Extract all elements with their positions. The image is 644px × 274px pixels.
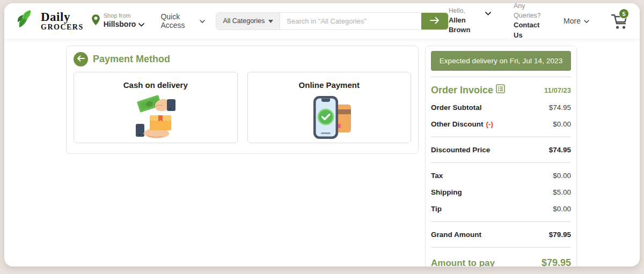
main-content: Payment Method Cash on delivery — [4, 39, 640, 266]
expected-delivery-banner: Expected delivery on Fri, Jul 14, 2023 — [431, 51, 571, 71]
contact-us-label: Contact Us — [514, 20, 542, 40]
logo-line2: GROCERS — [41, 24, 84, 31]
invoice-row-grand-amount: Grand Amount $79.95 — [431, 226, 571, 243]
location-value: Hillsboro — [104, 20, 145, 29]
arrow-right-icon — [430, 17, 440, 26]
online-payment-illustration-icon — [297, 92, 361, 145]
row-label: Shipping — [431, 188, 462, 196]
row-value: $0.00 — [553, 172, 571, 180]
map-pin-icon — [91, 14, 100, 28]
location-selector[interactable]: Shop from Hillsboro — [91, 12, 145, 29]
logo-line1: Daily — [41, 11, 84, 23]
chevron-down-icon — [485, 8, 491, 18]
search-bar: All Categories — [216, 12, 449, 30]
row-value: $79.95 — [549, 231, 571, 239]
header-right: Hello, Allen Brown Any Queries? Contact … — [449, 3, 629, 40]
cart-count-badge: 5 — [619, 9, 629, 19]
row-value: $0.00 — [553, 120, 571, 128]
chevron-down-icon — [200, 17, 205, 25]
invoice-row-order-subtotal: Order Subtotal $74.95 — [431, 99, 571, 116]
row-value: $74.95 — [549, 103, 571, 112]
chevron-down-icon — [584, 17, 589, 25]
location-city: Hillsboro — [104, 20, 136, 29]
payment-option-cash-on-delivery[interactable]: Cash on delivery — [74, 72, 238, 143]
cart-button[interactable]: 5 — [610, 10, 629, 32]
divider — [431, 247, 571, 248]
user-name: Allen Brown — [449, 16, 471, 35]
row-label: Order Subtotal — [431, 103, 482, 112]
amount-to-pay-value: $79.95 — [541, 257, 571, 266]
quick-access-menu[interactable]: Quick Access — [160, 12, 205, 29]
more-menu[interactable]: More — [564, 17, 589, 25]
invoice-list-icon[interactable] — [496, 84, 505, 96]
divider — [431, 137, 571, 137]
location-text: Shop from Hillsboro — [104, 12, 145, 29]
contact-us-link[interactable]: Any Queries? Contact Us — [514, 3, 542, 40]
row-value: $5.00 — [553, 188, 571, 196]
arrow-left-icon — [77, 55, 85, 63]
cart-icon — [610, 24, 629, 33]
search-input[interactable] — [280, 13, 421, 29]
greeting-text: Hello, Allen Brown — [449, 6, 471, 35]
invoice-title-label: Order Invoice — [431, 85, 493, 96]
chevron-down-icon — [138, 20, 144, 29]
row-label: Tip — [431, 205, 442, 213]
payment-method-panel: Payment Method Cash on delivery — [66, 46, 419, 154]
cash-on-delivery-illustration-icon — [124, 92, 187, 145]
more-label: More — [564, 17, 581, 25]
quick-access-label: Quick Access — [160, 12, 196, 29]
logo-leaves-icon — [16, 9, 39, 33]
location-label: Shop from — [104, 12, 145, 20]
row-value: $74.95 — [549, 146, 571, 154]
divider — [431, 77, 571, 77]
payment-method-title: Payment Method — [93, 54, 170, 65]
invoice-row-shipping: Shipping $5.00 — [431, 184, 571, 201]
invoice-row-tip: Tip $0.00 — [431, 201, 571, 217]
amount-to-pay-label: Amount to pay — [431, 258, 495, 266]
logo[interactable]: Daily GROCERS — [16, 9, 84, 33]
header: Daily GROCERS Shop from Hillsboro — [4, 3, 640, 39]
back-button[interactable] — [74, 52, 88, 66]
app-window: Daily GROCERS Shop from Hillsboro — [4, 3, 640, 266]
invoice-row-amount-to-pay: Amount to pay $79.95 — [431, 252, 571, 266]
row-label: Tax — [431, 172, 443, 180]
invoice-title-row: Order Invoice 11/07/23 — [431, 84, 571, 96]
greeting-label: Hello, — [449, 6, 471, 16]
payment-option-label: Cash on delivery — [123, 80, 188, 90]
search-category-dropdown[interactable]: All Categories — [216, 13, 280, 29]
payment-option-label: Online Payment — [299, 80, 360, 90]
invoice-title: Order Invoice — [431, 84, 505, 96]
account-menu[interactable]: Hello, Allen Brown — [449, 6, 491, 35]
dropdown-arrow-icon — [268, 17, 273, 25]
invoice-row-other-discount: Other Discount (-) $0.00 — [431, 116, 571, 132]
search-submit-button[interactable] — [421, 13, 448, 29]
payment-option-online-payment[interactable]: Online Payment — [247, 72, 412, 143]
invoice-row-tax: Tax $0.00 — [431, 167, 571, 184]
discount-minus-indicator: (-) — [486, 120, 494, 128]
payment-header: Payment Method — [74, 52, 411, 66]
invoice-row-discounted-price: Discounted Price $74.95 — [431, 142, 571, 158]
divider — [431, 162, 571, 163]
logo-text: Daily GROCERS — [41, 11, 84, 31]
order-invoice-panel: Expected delivery on Fri, Jul 14, 2023 O… — [425, 46, 577, 266]
queries-label: Any Queries? — [514, 3, 542, 20]
invoice-date: 11/07/23 — [544, 86, 571, 94]
row-label: Grand Amount — [431, 231, 481, 239]
divider — [431, 221, 571, 222]
row-label: Discounted Price — [431, 146, 490, 154]
search-category-label: All Categories — [223, 17, 265, 25]
payment-method-cards: Cash on delivery — [74, 72, 411, 143]
row-label: Other Discount — [431, 120, 484, 128]
row-value: $0.00 — [553, 205, 571, 213]
